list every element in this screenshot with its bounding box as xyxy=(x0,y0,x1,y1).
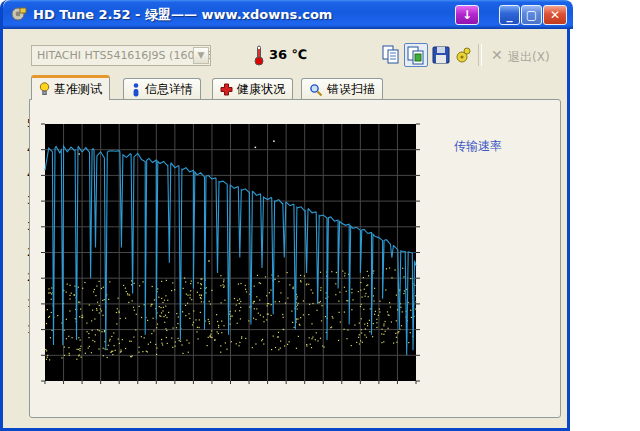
tab-label: 信息详情 xyxy=(145,81,193,98)
transfer-rate-group-title: 传输速率 xyxy=(451,138,505,155)
maximize-button[interactable]: ▢ xyxy=(521,5,542,25)
save-button[interactable] xyxy=(429,43,453,67)
toolbar-separator xyxy=(478,44,482,66)
tab-info[interactable]: 信息详情 xyxy=(123,78,201,100)
title-bar[interactable]: HD Tune 2.52 - 绿盟—— www.xdowns.com ↓ _ ▢… xyxy=(3,0,573,29)
drive-selector[interactable]: HITACHI HTS541616J9S (160 GB) xyxy=(31,45,211,66)
copy-button[interactable] xyxy=(379,43,403,67)
tab-error-scan[interactable]: 错误扫描 xyxy=(301,78,383,100)
bulb-icon xyxy=(39,82,50,96)
chevron-down-icon[interactable]: ▼ xyxy=(193,47,209,64)
window-title: HD Tune 2.52 - 绿盟—— www.xdowns.com xyxy=(33,6,332,24)
copy-icon xyxy=(381,45,401,65)
hdtune-window: HD Tune 2.52 - 绿盟—— www.xdowns.com ↓ _ ▢… xyxy=(0,0,570,431)
thermometer-icon xyxy=(253,44,265,66)
save-icon xyxy=(431,45,451,65)
screenshot-button[interactable] xyxy=(404,43,428,67)
tab-label: 基准测试 xyxy=(54,81,102,98)
tab-label: 健康状况 xyxy=(237,81,285,98)
screen: HD Tune 2.52 - 绿盟—— www.xdowns.com ↓ _ ▢… xyxy=(0,0,640,431)
minimize-button[interactable]: _ xyxy=(499,5,520,25)
options-icon xyxy=(454,45,474,65)
screenshot-icon xyxy=(406,46,426,66)
close-button[interactable]: ✕ xyxy=(543,5,567,25)
options-button[interactable] xyxy=(452,43,476,67)
tab-label: 错误扫描 xyxy=(327,81,375,98)
exit-button[interactable]: 退出(X) xyxy=(508,49,550,66)
temperature-value: 36 ℃ xyxy=(269,47,307,62)
plot-area xyxy=(41,124,420,384)
health-cross-icon xyxy=(220,83,233,96)
benchmark-chart xyxy=(39,118,429,390)
tab-benchmark[interactable]: 基准测试 xyxy=(31,75,110,100)
exit-icon: ✕ xyxy=(491,47,503,63)
magnifier-icon xyxy=(309,83,323,97)
tab-health[interactable]: 健康状况 xyxy=(212,78,293,100)
download-button[interactable]: ↓ xyxy=(455,5,479,25)
app-icon xyxy=(11,6,27,22)
info-icon xyxy=(131,83,141,97)
